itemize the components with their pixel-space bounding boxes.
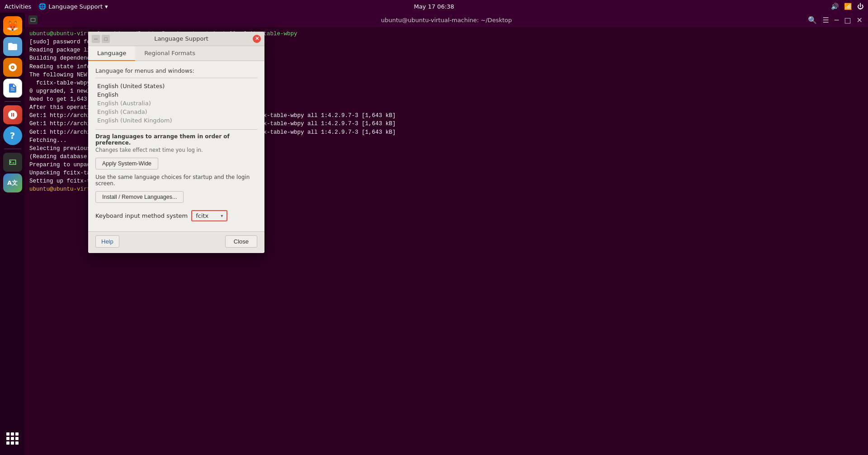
lang-item-en-ca[interactable]: English (Canada): [95, 108, 257, 116]
grid-dot: [6, 441, 9, 445]
dialog-minimize-button[interactable]: ─: [92, 35, 100, 43]
chevron-down-icon: ▾: [221, 213, 223, 218]
terminal-titlebar-left: [28, 15, 38, 24]
dock: 🦊 ? A文: [0, 13, 25, 455]
dialog-title: Language Support: [110, 35, 253, 42]
grid-dot: [15, 441, 19, 445]
lang-item-en[interactable]: English: [95, 90, 257, 99]
terminal-maximize-btn[interactable]: □: [842, 16, 853, 24]
keyboard-input-dropdown[interactable]: fcitx ▾: [191, 210, 227, 221]
network-icon[interactable]: 📶: [844, 3, 852, 10]
top-bar-app-name: Language Support: [48, 3, 103, 10]
grid-icon: [6, 432, 19, 445]
tab-regional-formats[interactable]: Regional Formats: [135, 46, 204, 61]
top-bar-app-dropdown[interactable]: ▾: [105, 3, 108, 10]
lang-divider-2: [95, 129, 257, 130]
grid-dot: [11, 441, 14, 445]
dock-icon-langpack[interactable]: A文: [3, 174, 22, 192]
terminal-tab-icon: [28, 15, 38, 24]
keyboard-input-row: Keyboard input method system fcitx ▾: [95, 210, 257, 221]
language-support-icon: 🌐: [38, 3, 46, 10]
dialog-body: Language for menus and windows: English …: [88, 61, 264, 253]
drag-hint: Drag languages to arrange them in order …: [95, 133, 257, 146]
lang-item-en-au[interactable]: English (Australia): [95, 99, 257, 108]
grid-dot: [15, 432, 19, 436]
terminal-close-btn[interactable]: ✕: [855, 16, 864, 24]
dialog-controls: ─ □: [92, 35, 110, 43]
dock-icon-files[interactable]: [3, 37, 22, 56]
power-icon[interactable]: ⏻: [857, 3, 863, 10]
tab-language[interactable]: Language: [88, 46, 135, 61]
dialog-footer: Help Close: [88, 231, 264, 253]
dock-icon-help[interactable]: ?: [3, 126, 22, 145]
dock-separator-2: [5, 149, 21, 149]
lang-item-en-us[interactable]: English (United States): [95, 82, 257, 90]
dialog-content: Language for menus and windows: English …: [88, 61, 264, 231]
terminal-search-btn[interactable]: 🔍: [806, 16, 819, 24]
help-button[interactable]: Help: [95, 235, 119, 248]
sound-icon[interactable]: 🔊: [831, 3, 839, 10]
grid-dot: [15, 437, 19, 440]
dialog-close-button[interactable]: ✕: [253, 35, 261, 43]
dialog-tabs: Language Regional Formats: [88, 46, 264, 61]
dock-icon-firefox[interactable]: 🦊: [3, 16, 22, 35]
terminal-title: ubuntu@ubuntu-virtual-machine: ~/Desktop: [381, 17, 512, 23]
language-list: English (United States) English English …: [95, 82, 257, 125]
grid-dot: [11, 437, 14, 440]
dock-icon-terminal[interactable]: [3, 153, 22, 172]
top-bar-left: Activities 🌐 Language Support ▾: [5, 3, 108, 10]
show-apps-button[interactable]: [3, 429, 22, 448]
grid-dot: [6, 437, 9, 440]
terminal-menu-btn[interactable]: ☰: [821, 16, 830, 24]
lang-item-en-gb[interactable]: English (United Kingdom): [95, 116, 257, 125]
grid-dot: [6, 432, 9, 436]
dock-separator: [5, 101, 21, 102]
top-bar-right: 🔊 📶 ⏻: [831, 3, 863, 10]
dialog-maximize-button[interactable]: □: [102, 35, 110, 43]
top-bar: Activities 🌐 Language Support ▾ May 17 0…: [0, 0, 868, 13]
lang-divider: [95, 78, 257, 78]
keyboard-input-value: fcitx: [196, 212, 208, 219]
top-bar-app[interactable]: 🌐 Language Support ▾: [38, 3, 108, 10]
svg-point-2: [12, 67, 13, 68]
terminal-minimize-btn[interactable]: ─: [833, 16, 841, 24]
install-remove-languages-button[interactable]: Install / Remove Languages...: [95, 191, 184, 203]
apply-system-wide-button[interactable]: Apply System-Wide: [95, 158, 158, 169]
grid-dot: [11, 432, 14, 436]
dock-bottom: [3, 429, 22, 448]
close-button[interactable]: Close: [225, 235, 257, 248]
dialog-titlebar: ─ □ Language Support ✕: [88, 32, 264, 46]
lang-for-menus-label: Language for menus and windows:: [95, 67, 257, 74]
terminal-titlebar-right: 🔍 ☰ ─ □ ✕: [806, 16, 864, 24]
language-support-dialog: ─ □ Language Support ✕ Language Regional…: [88, 32, 264, 253]
login-screen-hint: Use the same language choices for startu…: [95, 174, 257, 187]
keyboard-input-label: Keyboard input method system: [95, 212, 188, 219]
dock-icon-rhythmbox[interactable]: [3, 58, 22, 77]
top-bar-datetime: May 17 06:38: [414, 3, 454, 10]
drag-hint-sub: Changes take effect next time you log in…: [95, 147, 257, 153]
dock-icon-notes[interactable]: [3, 79, 22, 98]
terminal-titlebar: ubuntu@ubuntu-virtual-machine: ~/Desktop…: [25, 13, 868, 27]
activities-button[interactable]: Activities: [5, 3, 31, 10]
dock-icon-appstore[interactable]: [3, 105, 22, 124]
